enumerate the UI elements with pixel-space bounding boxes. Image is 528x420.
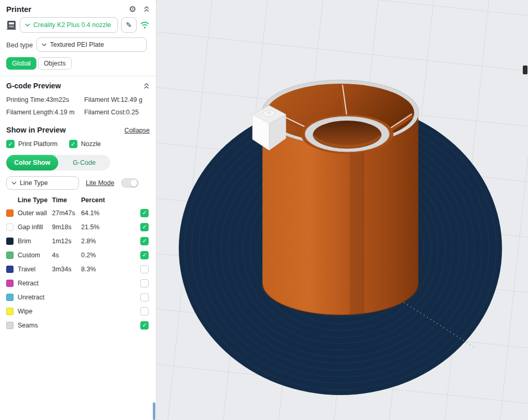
gcode-preview-header: G-code Preview — [0, 76, 156, 92]
line-type-visibility-checkbox[interactable]: ✓ — [140, 223, 149, 231]
line-type-table-body: Outer wall27m47s64.1%✓Gap infill9m18s21.… — [6, 206, 150, 332]
double-chevron-up-icon — [143, 6, 150, 12]
gcode-preview-title: G-code Preview — [6, 82, 61, 90]
pencil-icon: ✎ — [126, 21, 132, 29]
line-type-percent: 2.8% — [81, 238, 111, 245]
line-type-row: Retract — [6, 276, 150, 290]
printer-device-icon — [6, 20, 17, 30]
line-type-color-swatch — [6, 252, 14, 259]
gcode-preview-scene — [156, 0, 528, 420]
line-type-visibility-checkbox[interactable] — [140, 293, 149, 301]
line-type-visibility-checkbox[interactable] — [140, 307, 149, 316]
line-type-visibility-checkbox[interactable]: ✓ — [140, 321, 149, 330]
line-type-row: Outer wall27m47s64.1%✓ — [6, 206, 150, 220]
nozzle-checkbox[interactable]: ✓ — [69, 140, 77, 148]
stat-filament-length: Filament Length:4.19 m — [6, 109, 84, 116]
collapse-gcode-section-button[interactable] — [143, 83, 150, 89]
line-type-color-swatch — [6, 224, 14, 231]
line-type-table-header: Line Type Time Percent — [6, 194, 150, 206]
line-type-label: Wipe — [18, 308, 52, 315]
line-type-visibility-checkbox[interactable]: ✓ — [140, 237, 149, 245]
line-type-select[interactable]: Line Type — [6, 176, 79, 190]
print-platform-toggle: ✓ Print Platform — [6, 140, 58, 148]
gcode-button[interactable]: G-Code — [58, 155, 110, 170]
lite-mode-label: Lite Mode — [86, 179, 114, 187]
line-type-percent: 21.5% — [81, 224, 111, 231]
sidebar-scrollbar[interactable] — [153, 402, 155, 420]
bed-type-label: Bed type — [6, 41, 33, 49]
scope-tabs: Global Objects — [0, 52, 156, 70]
header-percent: Percent — [81, 196, 111, 204]
print-platform-checkbox[interactable]: ✓ — [6, 140, 15, 148]
line-type-color-swatch — [6, 209, 14, 217]
tab-objects[interactable]: Objects — [38, 57, 71, 70]
line-type-label: Brim — [18, 238, 52, 245]
print-platform-label: Print Platform — [18, 140, 58, 148]
line-type-row: Seams✓ — [6, 318, 150, 332]
line-type-time: 1m12s — [52, 238, 81, 245]
line-type-color-swatch — [6, 308, 14, 315]
collapse-printer-section-button[interactable] — [143, 6, 150, 12]
printer-select[interactable]: Creality K2 Plus 0.4 nozzle — [20, 17, 118, 33]
tab-global[interactable]: Global — [6, 57, 36, 70]
print-stats: Printing Time:43m22s Filament Wt:12.49 g… — [0, 92, 156, 116]
stat-printing-time: Printing Time:43m22s — [6, 96, 84, 103]
stat-filament-weight: Filament Wt:12.49 g — [84, 96, 150, 103]
nozzle-label: Nozzle — [81, 140, 101, 148]
wifi-status-icon — [140, 21, 150, 29]
line-type-label: Unretract — [18, 294, 52, 301]
chevron-down-icon — [11, 181, 17, 185]
line-type-color-swatch — [6, 294, 14, 301]
edit-printer-button[interactable]: ✎ — [121, 17, 137, 33]
line-type-time: 27m47s — [52, 209, 81, 217]
chevron-down-icon — [25, 23, 30, 27]
line-type-row: Gap infill9m18s21.5%✓ — [6, 220, 150, 234]
show-in-preview-header: Show in Preview Collapse — [0, 116, 156, 138]
left-panel: Printer ⚙ Crea — [0, 0, 156, 420]
preview-toggles-row: ✓ Print Platform ✓ Nozzle — [0, 138, 156, 148]
header-time: Time — [52, 196, 81, 204]
bed-type-row: Bed type Textured PEI Plate — [0, 33, 156, 52]
line-type-percent: 8.3% — [81, 266, 111, 273]
line-type-select-value: Line Type — [20, 179, 48, 187]
preview-mode-segmented: Color Show G-Code — [6, 155, 110, 170]
line-type-visibility-checkbox[interactable]: ✓ — [140, 209, 149, 217]
line-type-row: Custom4s0.2%✓ — [6, 248, 150, 262]
printer-title: Printer — [6, 5, 31, 14]
line-type-label: Outer wall — [18, 209, 52, 217]
line-type-percent: 0.2% — [81, 252, 111, 259]
lite-mode-switch[interactable] — [121, 178, 139, 188]
line-type-label: Travel — [18, 266, 52, 273]
line-type-label: Seams — [18, 322, 52, 329]
stat-filament-cost: Filament Cost:0.25 — [84, 109, 150, 116]
header-line-type: Line Type — [18, 196, 52, 204]
chevron-down-icon — [42, 43, 47, 46]
nozzle-toggle: ✓ Nozzle — [69, 140, 101, 148]
line-type-table: Line Type Time Percent Outer wall27m47s6… — [0, 191, 156, 332]
slicer-app: Printer ⚙ Crea — [0, 0, 528, 420]
bed-type-value: Textured PEI Plate — [50, 41, 104, 48]
inner-cylinder — [301, 114, 393, 154]
color-show-button[interactable]: Color Show — [6, 155, 58, 170]
line-type-label: Retract — [18, 280, 52, 287]
printer-section-header: Printer ⚙ — [0, 0, 156, 16]
line-type-time: 3m34s — [52, 266, 81, 273]
line-type-time: 4s — [52, 252, 81, 259]
line-type-row: Travel3m34s8.3% — [6, 262, 150, 276]
layer-slider-handle[interactable] — [523, 65, 527, 74]
line-type-visibility-checkbox[interactable] — [140, 279, 149, 287]
collapse-link[interactable]: Collapse — [124, 127, 150, 134]
printer-device-row: Creality K2 Plus 0.4 nozzle ✎ — [0, 16, 156, 33]
line-type-percent: 64.1% — [81, 209, 111, 217]
line-type-visibility-checkbox[interactable] — [140, 265, 149, 273]
line-type-visibility-checkbox[interactable]: ✓ — [140, 251, 149, 259]
3d-viewport[interactable] — [156, 0, 528, 420]
line-type-row: Wipe — [6, 304, 150, 318]
printer-settings-button[interactable]: ⚙ — [129, 5, 136, 14]
line-type-row: Unretract — [6, 290, 150, 304]
bed-type-select[interactable]: Textured PEI Plate — [36, 37, 147, 52]
line-type-color-swatch — [6, 238, 14, 245]
line-type-row: Brim1m12s2.8%✓ — [6, 234, 150, 248]
switch-knob — [130, 180, 137, 187]
double-chevron-up-icon — [143, 83, 150, 89]
